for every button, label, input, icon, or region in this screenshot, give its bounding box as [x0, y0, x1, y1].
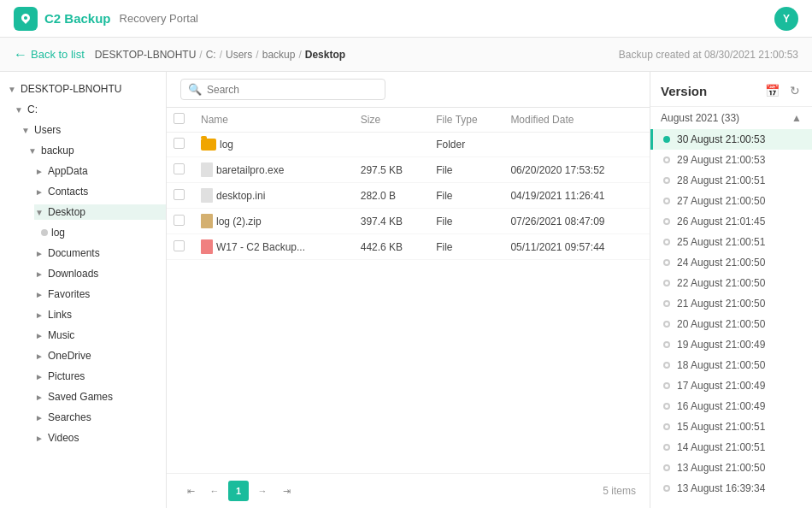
backup-label: backup — [41, 145, 74, 157]
version-label: 25 August 21:00:51 — [677, 236, 765, 248]
pagination-controls: ⇤ ← 1 → ⇥ — [180, 481, 297, 501]
search-icon: 🔍 — [188, 83, 202, 96]
user-avatar[interactable]: Y — [774, 7, 798, 31]
breadcrumb-part-1: DESKTOP-LBNOHTU — [95, 49, 196, 61]
navbar: ← Back to list DESKTOP-LBNOHTU / C: / Us… — [0, 38, 812, 72]
version-item[interactable]: 16 August 21:00:49 — [650, 396, 812, 416]
row-checkbox[interactable] — [174, 240, 185, 251]
expand-icon: ▼ — [27, 145, 38, 156]
version-item[interactable]: 15 August 21:00:51 — [650, 416, 812, 437]
version-item[interactable]: 28 August 21:00:51 — [650, 170, 812, 191]
version-dot — [663, 321, 670, 328]
row-type: File — [429, 234, 503, 260]
sidebar-item-contacts[interactable]: ► Contacts — [0, 181, 166, 202]
file-table: Name Size File Type Modified Date log Fo… — [167, 108, 650, 260]
row-checkbox[interactable] — [174, 163, 185, 174]
select-all-checkbox[interactable] — [174, 113, 185, 124]
version-refresh-button[interactable]: ↻ — [788, 82, 802, 99]
table-row[interactable]: W17 - C2 Backup... 442.6 KB File 05/11/2… — [167, 234, 650, 260]
links-label: Links — [48, 309, 72, 321]
sidebar-item-music[interactable]: ► Music — [0, 325, 166, 346]
version-label: 19 August 21:00:49 — [677, 339, 765, 351]
row-checkbox[interactable] — [174, 215, 185, 226]
sidebar-item-downloads[interactable]: ► Downloads — [0, 263, 166, 284]
version-item[interactable]: 20 August 21:00:50 — [650, 314, 812, 334]
sidebar-item-saved-games[interactable]: ► Saved Games — [0, 387, 166, 407]
page-1-button[interactable]: 1 — [228, 481, 249, 501]
version-item[interactable]: 24 August 21:00:50 — [650, 252, 812, 273]
table-row[interactable]: desktop.ini 282.0 B File 04/19/2021 11:2… — [167, 183, 650, 209]
next-page-button[interactable]: → — [252, 481, 273, 501]
search-input-wrap[interactable]: 🔍 — [180, 79, 385, 100]
onedrive-label: OneDrive — [48, 350, 91, 362]
version-item[interactable]: 13 August 16:39:34 — [650, 478, 812, 499]
version-label: 13 August 21:00:50 — [677, 462, 765, 474]
version-item[interactable]: 14 August 21:00:51 — [650, 437, 812, 458]
sidebar-label-root[interactable]: ▼ DESKTOP-LBNOHTU — [7, 81, 166, 97]
table-row[interactable]: log (2).zip 397.4 KB File 07/26/2021 08:… — [167, 209, 650, 234]
row-type: Folder — [429, 133, 503, 157]
pagination: ⇤ ← 1 → ⇥ 5 items — [167, 473, 650, 508]
sidebar-item-pictures[interactable]: ► Pictures — [0, 366, 166, 387]
version-dot — [663, 423, 670, 430]
content-area: 🔍 Name Size File Type Modified Date — [167, 72, 650, 508]
sidebar-item-appdata[interactable]: ► AppData — [0, 161, 166, 181]
sidebar-item-desktop[interactable]: ▼ Desktop — [0, 202, 166, 222]
sidebar-item-backup[interactable]: ▼ backup — [0, 140, 166, 161]
file-table-wrap: Name Size File Type Modified Date log Fo… — [167, 108, 650, 473]
version-item[interactable]: 27 August 21:00:50 — [650, 191, 812, 211]
portal-text: Recovery Portal — [120, 12, 198, 25]
prev-page-button[interactable]: ← — [204, 481, 225, 501]
sidebar-item-onedrive[interactable]: ► OneDrive — [0, 346, 166, 366]
sidebar-item-documents[interactable]: ► Documents — [0, 243, 166, 263]
row-checkbox[interactable] — [174, 138, 185, 149]
version-dot — [663, 136, 670, 143]
sidebar-item-videos[interactable]: ► Videos — [0, 428, 166, 448]
sidebar-item-c[interactable]: ▼ C: — [0, 99, 166, 120]
version-panel: Version 📅 ↻ August 2021 (33) ▲ 30 August… — [650, 72, 812, 508]
version-collapse-button[interactable]: ▲ — [791, 112, 802, 124]
row-checkbox[interactable] — [174, 189, 185, 200]
sidebar-item-log[interactable]: log — [0, 222, 166, 243]
row-modified: 05/11/2021 09:57:44 — [503, 234, 650, 260]
row-checkbox-cell — [167, 133, 194, 157]
file-name-label: baretailpro.exe — [216, 164, 284, 176]
version-panel-header: Version 📅 ↻ — [650, 72, 812, 107]
last-page-button[interactable]: ⇥ — [276, 481, 297, 501]
version-calendar-button[interactable]: 📅 — [763, 82, 781, 99]
version-item[interactable]: 17 August 21:00:49 — [650, 375, 812, 396]
version-dot — [663, 403, 670, 410]
saved-games-label: Saved Games — [48, 391, 113, 403]
table-row[interactable]: log Folder — [167, 133, 650, 157]
back-to-list-button[interactable]: ← Back to list — [14, 47, 85, 62]
sidebar-item-desktop-root[interactable]: ▼ DESKTOP-LBNOHTU — [0, 79, 166, 99]
version-item[interactable]: 26 August 21:01:45 — [650, 211, 812, 232]
table-row[interactable]: baretailpro.exe 297.5 KB File 06/20/2020… — [167, 157, 650, 183]
breadcrumb-part-3: Users — [226, 49, 252, 61]
version-label: 16 August 21:00:49 — [677, 400, 765, 412]
first-page-button[interactable]: ⇤ — [180, 481, 201, 501]
version-list: 30 August 21:00:53 29 August 21:00:53 28… — [650, 129, 812, 508]
version-item[interactable]: 18 August 21:00:50 — [650, 355, 812, 375]
version-item[interactable]: 21 August 21:00:50 — [650, 293, 812, 314]
sidebar-item-users[interactable]: ▼ Users — [0, 120, 166, 140]
version-item[interactable]: 29 August 21:00:53 — [650, 150, 812, 170]
version-item[interactable]: 13 August 21:00:50 — [650, 458, 812, 478]
version-dot — [663, 177, 670, 184]
version-item[interactable]: 25 August 21:00:51 — [650, 232, 812, 252]
row-name: log — [194, 133, 354, 157]
version-item[interactable]: 30 August 21:00:53 — [650, 129, 812, 150]
row-checkbox-cell — [167, 234, 194, 260]
version-item[interactable]: 19 August 21:00:49 — [650, 334, 812, 355]
version-item[interactable]: 22 August 21:00:50 — [650, 273, 812, 293]
backup-info: Backup created at 08/30/2021 21:00:53 — [619, 49, 798, 61]
arrow-icon: ► — [34, 310, 44, 320]
arrow-icon: ► — [34, 289, 44, 299]
sidebar-item-searches[interactable]: ► Searches — [0, 407, 166, 428]
search-input[interactable] — [207, 84, 378, 96]
appdata-label: AppData — [48, 165, 88, 177]
sidebar-item-links[interactable]: ► Links — [0, 304, 166, 325]
sidebar-item-favorites[interactable]: ► Favorites — [0, 284, 166, 304]
c-label: C: — [27, 103, 38, 115]
version-label: 22 August 21:00:50 — [677, 277, 765, 289]
